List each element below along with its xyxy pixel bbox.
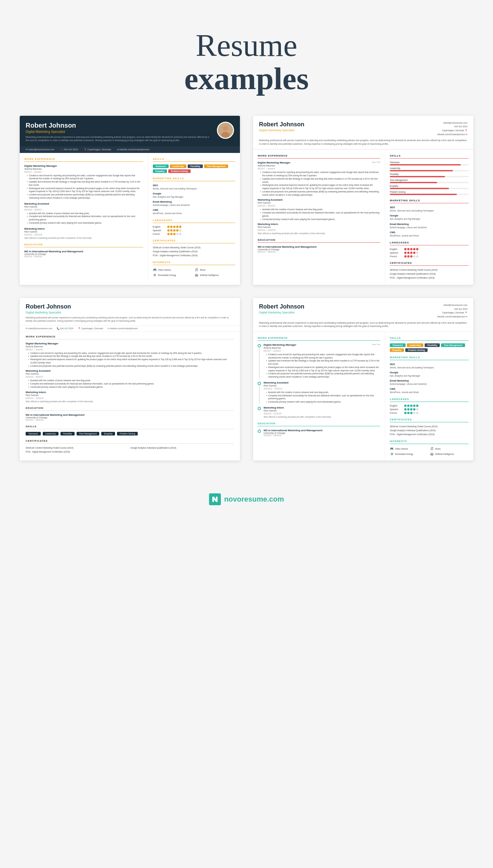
resume4-title: Digital Marketing Specialist: [259, 311, 304, 314]
footer-brand-text: novoresume.com: [224, 495, 284, 503]
resume4-summary: Marketing professional with proven exper…: [259, 321, 467, 328]
skill-flexibility: Flexibility: [188, 164, 203, 168]
resumes-grid: Robert Johnson Digital Marketing Special…: [20, 116, 473, 461]
r4-cert-title: CERTIFICATES: [390, 418, 469, 422]
job-1: Digital Marketing Manager Astoria Baumax…: [24, 164, 143, 200]
resume2-right-col: SKILLS Teamwork Leadership Flexibility: [385, 150, 473, 285]
r2-education: MS in International Marketing and Manage…: [258, 245, 380, 253]
skills-tags: Teamwork Leadership Flexibility Time Man…: [153, 164, 235, 173]
r2-cert-title: CERTIFICATES: [390, 262, 469, 266]
contact-email: ✉ robert@novoresume.com: [26, 148, 54, 151]
r3-skills-title: SKILLS: [26, 425, 234, 429]
resume4-left-col: WORK EXPERIENCE Digital Marketing Manage…: [253, 332, 385, 461]
resume2-title: Digital Marketing Specialist: [259, 129, 304, 132]
r3-job-1: Digital Marketing Manager Astoria Baumax…: [26, 342, 234, 368]
r2-lang-spanish: Spanish: [390, 252, 469, 254]
resume4-header: Robert Johnson Digital Marketing Special…: [253, 298, 473, 332]
r4-work-title: WORK EXPERIENCE: [258, 336, 380, 341]
resume2-header: Robert Johnson Digital Marketing Special…: [253, 116, 473, 150]
skills-title: SKILLS: [153, 158, 235, 162]
resume4-right-col: SKILLS Teamwork Leadership Flexibility T…: [385, 332, 473, 461]
contact-linkedin: in linkedin.com/in/robertjohnson: [117, 148, 149, 151]
r2-languages: English Spanish: [390, 248, 469, 257]
resume4-name: Robert Johnson: [259, 303, 304, 310]
r2-skill-bars: Teamwork Leadership Flexibility Tim: [390, 161, 469, 195]
interest-renewable: ♻ Renewable Energy: [153, 273, 194, 277]
r3-edu-title: EDUCATION: [26, 407, 234, 411]
marketing-skills-title: MARKETING SKILLS: [153, 177, 235, 181]
r4-skill-tags: Teamwork Leadership Flexibility Time Man…: [390, 344, 469, 352]
r2-certificates: SEMrush Content Marketing Toolkit Course…: [390, 268, 469, 279]
r4-lang-title: LANGUAGES: [390, 398, 469, 402]
r2-job-2: Marketing Assistant Riot Games 04/2015 –…: [258, 198, 380, 221]
r3-job-2: Marketing Assistant Riot Games 04/2015 –…: [26, 369, 234, 389]
resume1-summary: Marketing professional with proven exper…: [26, 136, 212, 142]
marketing-skills-list: SEO Ahrefs, Semrush and Link-building Te…: [153, 184, 235, 215]
certificates-title: CERTIFICATES: [153, 239, 235, 243]
resume3-header: Robert Johnson Digital Marketing Special…: [20, 298, 240, 325]
resume1-header: Robert Johnson Digital Marketing Special…: [20, 116, 240, 146]
page-header: Resume examples: [20, 13, 473, 116]
footer-logo: [209, 493, 221, 505]
r4-languages: English Spanish: [390, 405, 469, 414]
resume-card-4: Robert Johnson Digital Marketing Special…: [253, 298, 473, 460]
r4-skills-title: SKILLS: [390, 336, 469, 341]
resume3-name: Robert Johnson: [26, 303, 234, 310]
certificates-list: SEMrush Content Marketing Toolkit Course…: [153, 246, 235, 257]
resume4-contact: robert@novoresume.com 044 412 2019 Copen…: [437, 303, 467, 319]
resume3-body: WORK EXPERIENCE Digital Marketing Manage…: [20, 335, 240, 459]
r3-cert-title: CERTIFICATES: [26, 439, 234, 444]
resume-card-3: Robert Johnson Digital Marketing Special…: [20, 298, 240, 460]
interests-title: INTERESTS: [153, 261, 235, 265]
avatar: [217, 122, 234, 139]
r2-edu-title: EDUCATION: [258, 239, 380, 243]
resume2-contact: robert@novoresume.com 044 412 2019 Copen…: [437, 121, 467, 137]
resume2-left-col: WORK EXPERIENCE Digital Marketing Manage…: [253, 150, 385, 285]
r2-job-1: Digital Marketing Manager Astoria Baumax…: [258, 161, 380, 197]
r4-job-2: Marketing Assistant Riot Games 4/2/2013 …: [258, 381, 380, 404]
work-experience-title: WORK EXPERIENCE: [24, 158, 143, 162]
footer: novoresume.com: [20, 480, 473, 512]
interests-list: 🎮 Video Games 🎵 Music ♻ Renewable Energy: [153, 268, 235, 277]
languages-list: English Spanish: [153, 226, 235, 235]
resume3-summary: Marketing professional with proven exper…: [26, 316, 234, 323]
contact-location: 📍 Copenhagen, Denmark: [84, 148, 111, 151]
lang-french: French: [153, 233, 235, 235]
r4-interests-title: INTERESTS: [390, 440, 469, 444]
r3-work-title: WORK EXPERIENCE: [26, 335, 234, 339]
resume2-name: Robert Johnson: [259, 121, 304, 128]
svg-point-1: [223, 126, 228, 131]
r2-mskills-title: MARKETING SKILLS: [390, 199, 469, 203]
resume3-title: Digital Marketing Specialist: [26, 311, 234, 314]
lang-spanish: Spanish: [153, 229, 235, 231]
r2-marketing-skills: SEO Ahrefs, Semrush and Link-building Te…: [390, 206, 469, 237]
interest-ai: 🤖 Artificial Intelligence: [195, 273, 235, 277]
contact-phone: 📞 044 412 2019: [60, 148, 78, 151]
r3-certificates: SEMrush Content Marketing Toolkit Course…: [26, 446, 234, 454]
skill-teamwork: Teamwork: [153, 164, 169, 168]
r4-education: MS in International Marketing and Manage…: [258, 429, 380, 436]
header-title-line1: Resume: [20, 29, 473, 61]
r2-lang-french: French: [390, 255, 469, 257]
education-block: MS in International Marketing and Manage…: [24, 250, 143, 257]
languages-title: LANGUAGES: [153, 219, 235, 223]
education-title: EDUCATION: [24, 243, 143, 247]
r2-job-3: Marketing Intern Riot Games 06/2014 – 03…: [258, 223, 380, 234]
r4-interests: 🎮 Video Games 🎵 Music ♻ Renewable Energy: [390, 447, 469, 456]
r2-skills-title: SKILLS: [390, 154, 469, 159]
interest-music: 🎵 Music: [195, 268, 235, 272]
resume3-contact-bar: ✉ robert@novoresume.com 📞 044 412 2019 📍…: [20, 325, 240, 332]
r4-job-3: Marketing Intern Riot Games 06/2014 – 01…: [258, 406, 380, 418]
r4-mskills-title: MARKETING SKILLS: [390, 356, 469, 360]
r2-lang-title: LANGUAGES: [390, 241, 469, 245]
resume-card-2: Robert Johnson Digital Marketing Special…: [253, 116, 473, 285]
lang-english: English: [153, 226, 235, 228]
resume1-title: Digital Marketing Specialist: [26, 130, 212, 133]
resume4-body: WORK EXPERIENCE Digital Marketing Manage…: [253, 332, 473, 461]
r4-edu-title: EDUCATION: [258, 422, 380, 426]
header-title-line2: examples: [20, 61, 473, 96]
skill-problem-solving: Problem Solving: [168, 169, 190, 173]
interest-videogames: 🎮 Video Games: [153, 268, 194, 272]
resume-card-1: Robert Johnson Digital Marketing Special…: [20, 116, 240, 285]
job-2: Marketing Assistant Riot Games 04/2015 –…: [24, 202, 143, 225]
